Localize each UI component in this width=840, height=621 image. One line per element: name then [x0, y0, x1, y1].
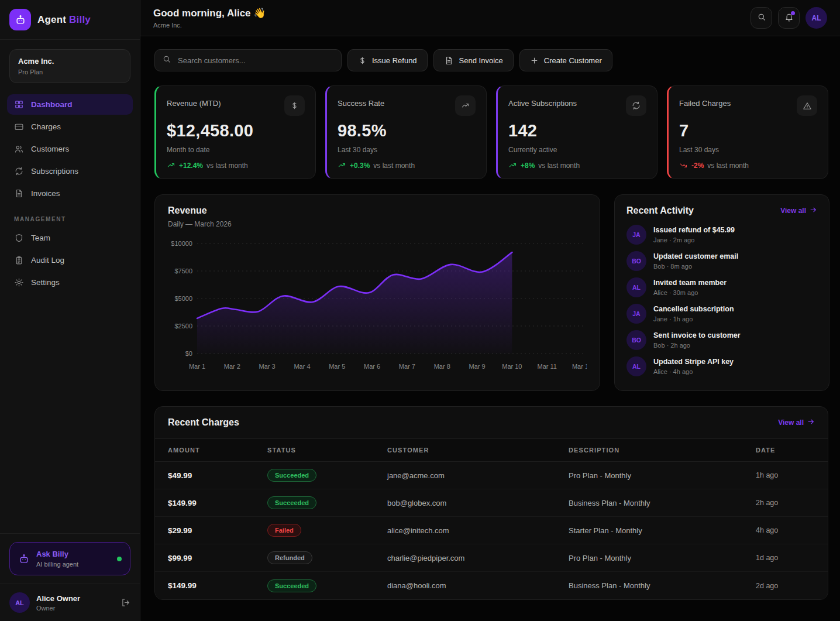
status-badge: Succeeded [267, 496, 316, 509]
activity-avatar: BO [626, 251, 646, 271]
customer-search-box[interactable] [154, 49, 342, 71]
send-invoice-button[interactable]: Send Invoice [433, 49, 514, 71]
activity-item[interactable]: AL Invited team member Alice · 30m ago [626, 277, 817, 297]
sidebar-nav-item[interactable]: Dashboard [7, 94, 133, 115]
current-user-row: AL Alice Owner Owner [0, 584, 140, 621]
stat-cards: Revenue (MTD) $12,458.00 Month to date +… [154, 85, 828, 179]
nav-item-label: Audit Log [31, 256, 64, 265]
stat-delta-value: +0.3% [350, 162, 370, 170]
nav-item-icon [14, 188, 24, 198]
arrow-right-icon [807, 418, 815, 427]
stat-delta-row: +0.3% vs last month [338, 161, 476, 170]
nav-item-label: Charges [31, 122, 61, 131]
charge-row[interactable]: $29.99 Failed alice@initech.com Starter … [155, 517, 828, 544]
company-subtitle: Acme Inc. [153, 22, 266, 29]
stat-icon [797, 95, 817, 116]
org-switcher-card[interactable]: Acme Inc. Pro Plan [9, 49, 130, 83]
recent-charges-title: Recent Charges [168, 417, 239, 428]
stat-card: Failed Charges 7 Last 30 days -2% vs las… [667, 85, 828, 179]
revenue-chart-panel: Revenue Daily — March 2026 $0$2500$5000$… [154, 194, 600, 391]
svg-text:$10000: $10000 [171, 240, 192, 247]
sidebar: Agent Billy Acme Inc. Pro Plan Dashboard… [0, 0, 140, 621]
stat-card: Active Subscriptions 142 Currently activ… [496, 85, 657, 179]
revenue-chart-subtitle: Daily — March 2026 [168, 220, 587, 228]
notifications-button[interactable] [778, 7, 800, 29]
header-avatar[interactable]: AL [805, 7, 827, 29]
charge-amount: $149.99 [168, 581, 267, 590]
charges-view-all-link[interactable]: View all [778, 418, 815, 427]
charge-row[interactable]: $49.99 Succeeded jane@acme.com Pro Plan … [155, 462, 828, 489]
stat-delta-value: -2% [691, 162, 704, 170]
plus-icon [530, 56, 539, 65]
management-section-label: MANAGEMENT [14, 216, 126, 222]
col-date: DATE [756, 447, 828, 454]
charge-description: Pro Plan - Monthly [569, 554, 756, 562]
activity-item[interactable]: JA Issued refund of $45.99 Jane · 2m ago [626, 225, 817, 245]
charge-row[interactable]: $149.99 Succeeded diana@hooli.com Busine… [155, 572, 828, 599]
col-amount: AMOUNT [168, 447, 267, 454]
nav-item-label: Dashboard [31, 100, 73, 109]
activity-item[interactable]: JA Cancelled subscription Jane · 1h ago [626, 304, 817, 324]
activity-title: Updated customer email [653, 252, 738, 260]
svg-text:$5000: $5000 [174, 295, 192, 302]
charge-row[interactable]: $149.99 Succeeded bob@globex.com Busines… [155, 489, 828, 517]
header-actions: AL [751, 7, 827, 29]
stat-icon [626, 95, 646, 116]
activity-meta: Jane · 1h ago [653, 315, 734, 322]
charge-customer: diana@hooli.com [387, 581, 569, 590]
activity-title: Sent invoice to customer [653, 331, 741, 339]
dollar-icon [358, 56, 367, 65]
activity-meta: Bob · 8m ago [653, 263, 738, 270]
sidebar-nav-item[interactable]: Subscriptions [7, 161, 133, 181]
status-badge: Succeeded [267, 579, 316, 592]
sidebar-nav-item[interactable]: Customers [7, 139, 133, 159]
activity-view-all-link[interactable]: View all [780, 206, 817, 215]
file-icon [444, 56, 454, 66]
ask-billy-title: Ask Billy [36, 550, 78, 558]
stat-delta-note: vs last month [707, 162, 749, 170]
robot-icon [18, 553, 30, 565]
sidebar-nav-item[interactable]: Team [7, 228, 133, 248]
charge-amount: $149.99 [168, 499, 267, 507]
sidebar-nav: Dashboard Charges Customers Subscription… [0, 92, 140, 205]
user-role: Owner [36, 605, 80, 612]
charge-customer: alice@initech.com [387, 526, 569, 535]
sidebar-nav-item[interactable]: Settings [7, 272, 133, 293]
ask-billy-card[interactable]: Ask Billy AI billing agent [9, 542, 130, 575]
ask-billy-subtitle: AI billing agent [36, 561, 78, 568]
activity-item[interactable]: BO Sent invoice to customer Bob · 2h ago [626, 330, 817, 350]
revenue-chart: $0$2500$5000$7500$10000Mar 1Mar 2Mar 3Ma… [168, 235, 587, 382]
online-status-dot [117, 557, 122, 561]
sidebar-nav-item[interactable]: Audit Log [7, 250, 133, 270]
wave-emoji: 👋 [253, 8, 266, 19]
charge-row[interactable]: $99.99 Refunded charlie@piedpiper.com Pr… [155, 544, 828, 572]
page-header: Good morning, Alice 👋 Acme Inc. AL [140, 0, 840, 36]
stat-value: 142 [508, 121, 646, 140]
charge-date: 4h ago [756, 526, 828, 534]
stat-card: Revenue (MTD) $12,458.00 Month to date +… [154, 85, 316, 179]
svg-text:$2500: $2500 [174, 322, 192, 330]
search-icon [757, 12, 766, 23]
stat-value: $12,458.00 [167, 121, 305, 140]
sidebar-nav-item[interactable]: Charges [7, 116, 133, 137]
svg-text:Mar 11: Mar 11 [537, 363, 556, 370]
revenue-chart-title: Revenue [168, 205, 587, 216]
stat-value: 7 [679, 121, 817, 140]
logout-icon[interactable] [121, 598, 130, 608]
activity-item[interactable]: BO Updated customer email Bob · 8m ago [626, 251, 817, 271]
create-customer-button[interactable]: Create Customer [519, 49, 612, 71]
svg-text:Mar 7: Mar 7 [399, 363, 415, 370]
activity-item[interactable]: AL Updated Stripe API key Alice · 4h ago [626, 356, 817, 376]
issue-refund-button[interactable]: Issue Refund [347, 49, 428, 71]
sidebar-nav-item[interactable]: Invoices [7, 183, 133, 204]
charge-description: Starter Plan - Monthly [569, 526, 756, 535]
search-input[interactable] [177, 56, 334, 66]
charge-amount: $29.99 [168, 526, 267, 535]
header-search-button[interactable] [751, 7, 772, 29]
svg-text:Mar 4: Mar 4 [294, 363, 310, 370]
svg-text:Mar 2: Mar 2 [224, 363, 240, 370]
stat-card: Success Rate 98.5% Last 30 days +0.3% vs… [325, 85, 487, 179]
col-description: DESCRIPTION [569, 447, 756, 454]
charge-description: Business Plan - Monthly [569, 581, 756, 590]
charge-date: 1d ago [756, 554, 828, 562]
